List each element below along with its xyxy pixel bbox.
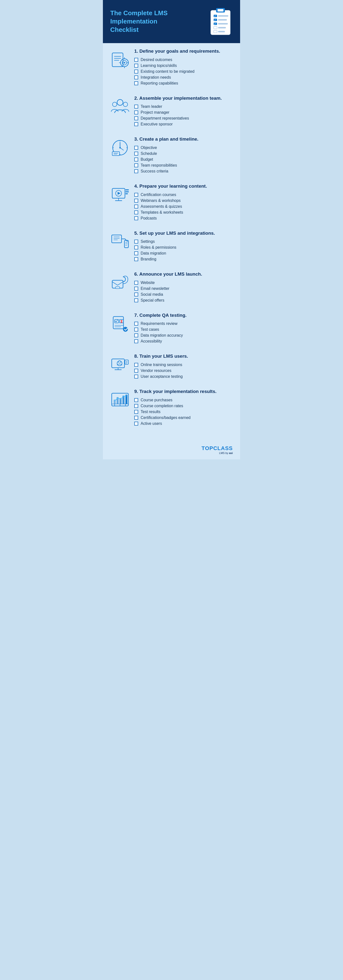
checklist-goals: Desired outcomesLearning topics/skillsEx… [134,57,233,86]
list-item-text: Team leader [141,104,162,109]
checklist-track: Course purchasesCourse completion ratesT… [134,397,233,426]
checkbox-icon [134,375,138,379]
checklist-setup: SettingsRoles & permissionsData migratio… [134,239,233,262]
svg-rect-38 [112,152,119,156]
list-item: Email newsletter [134,286,233,291]
list-item: Vendor resources [134,368,233,374]
svg-point-28 [113,102,117,107]
svg-marker-43 [118,192,121,195]
list-item: Course completion rates [134,403,233,409]
list-item-text: Vendor resources [141,369,171,373]
checkbox-icon [134,169,138,173]
list-item-text: Certification courses [141,192,176,197]
svg-rect-2 [218,9,224,11]
list-item-text: Data migration [141,251,166,256]
title-line1: The Complete LMS [110,9,168,17]
list-item: User acceptance testing [134,374,233,380]
list-item: Learning topics/skills [134,63,233,68]
checkbox-icon [134,398,138,402]
section-content-testing: 7. Complete QA testing.Requirements revi… [134,312,233,344]
svg-rect-49 [125,193,128,194]
section-icon-content [110,185,130,205]
svg-rect-50 [112,235,122,243]
list-item: Certification courses [134,192,233,198]
section-content-announce: 6. Announce your LMS launch.WebsiteEmail… [134,271,233,303]
section-content-setup: 5. Set up your LMS and integrations.Sett… [134,230,233,262]
list-item: Online training sessions [134,362,233,368]
svg-text:✓: ✓ [214,23,216,25]
section-content-team: 2. Assemble your implementation team.Tea… [134,95,233,127]
main-content: 1. Define your goals and requirements.De… [103,43,240,443]
list-item: Team responsibilities [134,162,233,168]
list-item: Team leader [134,103,233,110]
list-item: Reporting capabilities [134,80,233,86]
list-item-text: Podcasts [141,216,157,221]
list-item: Requirements review [134,321,233,326]
checkbox-icon [134,293,138,296]
list-item: Success criteria [134,168,233,174]
section-icon-train [110,355,130,375]
checkbox-icon [134,122,138,126]
logo-top1: TOP [202,445,213,451]
section-train: 8. Train your LMS users.Online training … [110,353,233,380]
clipboard-icon: ✓ ✓ ✓ [208,7,233,36]
list-item: Objective [134,145,233,151]
title-highlight: Checklist [110,26,139,33]
title-line2: Implementation [110,18,157,25]
list-item: Special offers [134,298,233,303]
section-testing: 7. Complete QA testing.Requirements revi… [110,312,233,344]
list-item: Integration needs [134,75,233,80]
header-title: The Complete LMS Implementation Checklis… [110,9,184,34]
checkbox-icon [134,210,138,215]
svg-rect-15 [218,31,225,32]
section-title-team: 2. Assemble your implementation team. [134,95,233,102]
checkbox-icon [134,110,138,115]
svg-rect-68 [123,327,128,332]
checkbox-icon [134,363,138,367]
section-plan: 3. Create a plan and timeline.ObjectiveS… [110,136,233,174]
svg-rect-75 [125,360,129,364]
list-item-text: Assessments & quizzes [141,204,182,209]
checkbox-icon [134,257,138,261]
checklist-team: Team leaderProject managerDepartment rep… [134,103,233,127]
topclass-logo: TOPCLASS LMS by asi [202,445,233,455]
section-icon-goals [110,50,130,70]
section-track: 9. Track your implementation results.Cou… [110,388,233,426]
list-item-text: Webinars & workshops [141,199,181,203]
svg-point-29 [123,102,128,107]
checkbox-icon [134,116,138,120]
list-item: Webinars & workshops [134,198,233,204]
svg-rect-11 [218,23,228,24]
list-item-text: Objective [141,146,157,150]
checkbox-icon [134,152,138,156]
list-item-text: Branding [141,257,156,261]
section-title-track: 9. Track your implementation results. [134,388,233,395]
svg-rect-48 [125,191,129,192]
list-item: Existing content to be migrated [134,68,233,75]
list-item: Desired outcomes [134,57,233,63]
list-item-text: Active users [141,422,162,426]
checkbox-icon [134,216,138,220]
section-title-plan: 3. Create a plan and timeline. [134,136,233,142]
section-title-goals: 1. Define your goals and requirements. [134,48,233,54]
list-item: Certifications/badges earned [134,415,233,421]
list-item: Data migration [134,250,233,256]
list-item-text: Test cases [141,327,159,332]
list-item-text: Roles & permissions [141,245,176,250]
checklist-content: Certification coursesWebinars & workshop… [134,192,233,221]
list-item: Branding [134,256,233,262]
checkbox-icon [134,70,138,73]
checkbox-icon [134,158,138,161]
section-title-train: 8. Train your LMS users. [134,353,233,360]
checkbox-icon [134,240,138,243]
section-content: 4. Prepare your learning content.Certifi… [110,183,233,221]
section-setup: 5. Set up your LMS and integrations.Sett… [110,230,233,262]
section-content-content: 4. Prepare your learning content.Certifi… [134,183,233,221]
checkbox-icon [134,251,138,255]
checkbox-icon [134,322,138,326]
list-item-text: Accessibility [141,339,162,344]
svg-point-22 [124,62,125,64]
list-item: Roles & permissions [134,245,233,250]
section-icon-testing [110,314,130,334]
list-item-text: Learning topics/skills [141,64,177,68]
